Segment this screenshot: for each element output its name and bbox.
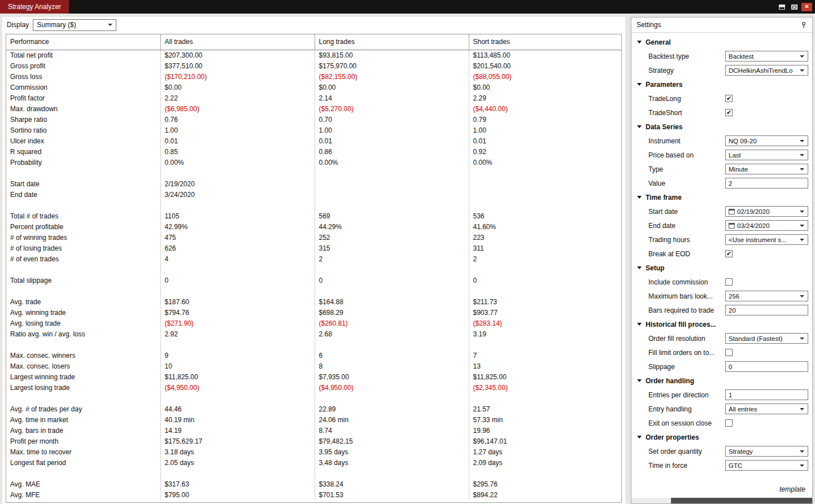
section-label: Time frame: [646, 194, 682, 201]
section-header-order-properties[interactable]: Order properties: [631, 430, 812, 444]
table-row: Total slippage000: [6, 275, 621, 286]
metric-value-all: 0: [160, 275, 315, 286]
metric-value-short: $295.76: [469, 479, 621, 489]
dropdown[interactable]: Strategy: [725, 446, 808, 457]
metric-value-short: 311: [469, 243, 621, 253]
dropdown[interactable]: 256: [725, 291, 808, 301]
display-row: Display Summary ($): [2, 17, 625, 33]
chevron-down-icon: [800, 239, 804, 241]
control-value: Last: [729, 152, 800, 159]
close-button[interactable]: ✕: [801, 3, 812, 11]
control-slot: NQ 09-20: [725, 135, 808, 146]
dropdown[interactable]: All entries: [725, 404, 808, 414]
control-value: <Use instrument s...: [729, 236, 800, 243]
section-header-historical-fill-proces[interactable]: Historical fill proces...: [631, 317, 812, 331]
metric-value-short: [469, 393, 621, 404]
metric-value-long: 24.06 min: [315, 414, 469, 425]
text-input[interactable]: 0: [725, 361, 808, 372]
date-picker[interactable]: 03/24/2020: [725, 220, 808, 231]
metric-label: Sortino ratio: [6, 125, 160, 135]
metric-value-all: $175,629.17: [160, 436, 315, 446]
metric-label: Avg. trade: [6, 296, 160, 307]
section-header-time-frame[interactable]: Time frame: [631, 190, 812, 204]
horizontal-scrollbar[interactable]: [631, 498, 812, 503]
settings-footer-link[interactable]: template: [631, 485, 812, 498]
checkbox-checked[interactable]: ✔: [725, 95, 733, 102]
section-header-data-series[interactable]: Data Series: [631, 120, 812, 134]
metric-label: Total slippage: [6, 275, 160, 286]
control-value: 256: [729, 293, 800, 300]
metric-value-long: [315, 286, 469, 296]
scrollbar-thumb[interactable]: [671, 498, 812, 503]
metric-value-long: $698.29: [315, 307, 469, 318]
pin-icon[interactable]: [800, 21, 807, 29]
metric-value-long: 0: [315, 275, 469, 286]
metric-value-short: [469, 339, 621, 350]
dropdown[interactable]: DCHelkinAshiTrendLo: [725, 65, 808, 76]
setting-label: Include commission: [648, 278, 725, 286]
display-select[interactable]: Summary ($): [33, 19, 116, 31]
section-header-order-handling[interactable]: Order handling: [631, 374, 812, 388]
section-header-setup[interactable]: Setup: [631, 261, 812, 275]
metric-value-all: 4: [160, 253, 315, 264]
checkbox-checked[interactable]: ✔: [725, 250, 733, 257]
control-value: 02/19/2020: [737, 208, 800, 215]
dropdown[interactable]: Minute: [725, 164, 808, 174]
dropdown[interactable]: <Use instrument s...: [725, 234, 808, 245]
chevron-down-icon: [800, 408, 804, 410]
checkbox-unchecked[interactable]: [725, 419, 733, 427]
metric-label: Largest winning trade: [6, 371, 160, 382]
metric-value-short: 2.09 days: [469, 457, 621, 468]
metric-value-long: 569: [315, 211, 469, 221]
table-row: End date3/24/2020: [6, 189, 621, 200]
metric-value-all: 0.76: [160, 114, 315, 125]
chevron-down-icon: [800, 168, 804, 170]
table-row: R squared0.850.860.92: [6, 146, 621, 157]
metric-value-short: [469, 200, 621, 211]
spacer-row: [6, 468, 621, 479]
table-row: Avg. losing trade($271.90)($260.81)($283…: [6, 318, 621, 328]
minimize-button[interactable]: [777, 3, 787, 11]
metric-value-all: 2.22: [160, 93, 315, 103]
dropdown[interactable]: Last: [725, 150, 808, 160]
collapse-triangle-icon: [637, 41, 642, 43]
metric-value-short: [469, 468, 621, 479]
dropdown[interactable]: NQ 09-20: [725, 135, 808, 146]
section-header-parameters[interactable]: Parameters: [631, 77, 812, 91]
metric-value-long: [315, 339, 469, 350]
control-value: Minute: [729, 166, 800, 173]
section-header-general[interactable]: General: [631, 35, 812, 49]
metric-value-short: 0.01: [469, 135, 621, 146]
dropdown[interactable]: GTC: [725, 460, 808, 471]
metric-value-all: 626: [160, 243, 315, 253]
chevron-down-icon: [800, 140, 804, 142]
maximize-button[interactable]: [789, 3, 800, 11]
checkbox-unchecked[interactable]: [725, 278, 733, 286]
metric-label: Max. consec. winners: [6, 350, 160, 361]
header-long-trades: Long trades: [315, 34, 469, 50]
control-slot: DCHelkinAshiTrendLo: [725, 65, 808, 76]
setting-row: Price based onLast: [631, 148, 812, 162]
text-input[interactable]: 2: [725, 178, 808, 189]
minimize-icon: [779, 5, 785, 10]
metric-label: Probability: [6, 157, 160, 168]
dropdown[interactable]: Backtest: [725, 51, 808, 62]
text-input[interactable]: 20: [725, 305, 808, 315]
collapse-triangle-icon: [637, 436, 642, 439]
checkbox-unchecked[interactable]: [725, 349, 733, 356]
checkbox-checked[interactable]: ✔: [725, 109, 733, 116]
metric-value-short: 223: [469, 232, 621, 243]
window-title: Strategy Analyzer: [0, 0, 69, 14]
metric-label: Max. consec. losers: [6, 361, 160, 371]
text-input[interactable]: 1: [725, 389, 808, 400]
metric-value-short: 3.19: [469, 328, 621, 339]
table-row: Avg. bars in trade14.198.7419.96: [6, 425, 621, 436]
metric-value-all: 475: [160, 232, 315, 243]
metric-value-short: $96,147.01: [469, 436, 621, 446]
metric-label: # of winning trades: [6, 232, 160, 243]
collapse-triangle-icon: [637, 323, 642, 326]
dropdown[interactable]: Standard (Fastest): [725, 333, 808, 344]
setting-row: Break at EOD✔: [631, 247, 812, 261]
date-picker[interactable]: 02/19/2020: [725, 206, 808, 217]
setting-label: Slippage: [648, 363, 725, 371]
